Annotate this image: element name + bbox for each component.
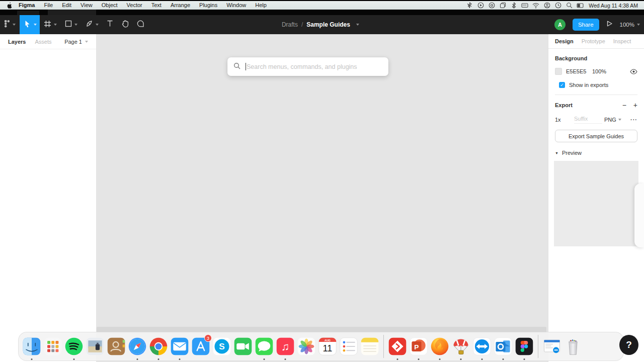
dock-launchpad-icon[interactable] (43, 335, 63, 357)
status-playcircle-icon[interactable] (475, 2, 486, 9)
quick-actions-search[interactable]: Search menus, commands, and plugins (227, 57, 388, 76)
zoom-control[interactable]: 100% (620, 22, 640, 28)
status-qcircle-icon[interactable] (486, 2, 497, 9)
menubar-item-arrange[interactable]: Arrange (166, 1, 195, 10)
tab-inspect[interactable]: Inspect (613, 38, 631, 44)
dock-messages-icon[interactable] (254, 335, 274, 357)
comment-tool-button[interactable] (133, 15, 148, 34)
dock-mail-icon[interactable] (170, 335, 190, 357)
color-hex-field[interactable]: E5E5E5 (566, 68, 592, 74)
dock-contacts-icon[interactable] (106, 335, 126, 357)
figmamenu-icon (4, 20, 10, 30)
frame-icon (44, 20, 51, 30)
checkbox-checked[interactable]: ✓ (559, 82, 565, 88)
menubar-clock[interactable]: Wed Aug 11 4:38 AM (587, 3, 640, 9)
dock-spotify-icon[interactable] (64, 335, 84, 357)
dock-preview-icon[interactable] (85, 335, 105, 357)
visibility-eye-icon[interactable] (630, 69, 637, 74)
dock-reminders-icon[interactable] (339, 335, 359, 357)
running-indicator (481, 358, 483, 360)
export-more-button[interactable]: ··· (630, 117, 637, 123)
shape-tool-button[interactable] (61, 15, 82, 34)
dock-minimized-window-icon[interactable] (542, 335, 562, 357)
pen-icon (86, 20, 93, 30)
page-selector[interactable]: Page 1 (64, 39, 88, 45)
dock-figma-icon[interactable] (514, 335, 534, 357)
tab-design[interactable]: Design (555, 38, 574, 44)
search-input[interactable]: Search menus, commands, and plugins (247, 63, 357, 70)
tab-assets[interactable]: Assets (35, 39, 51, 45)
help-button[interactable]: ? (619, 335, 638, 355)
status-keyboard-icon[interactable] (519, 2, 530, 9)
status-zipper-icon[interactable] (464, 2, 475, 9)
menubar-item-view[interactable]: View (76, 1, 97, 10)
chevron-down-icon[interactable] (356, 24, 359, 26)
menubar-item-file[interactable]: File (39, 1, 57, 10)
status-usercircle-icon[interactable] (541, 2, 552, 9)
chevron-down-icon (34, 24, 37, 26)
tab-layers[interactable]: Layers (8, 39, 26, 45)
dock-outlook-icon[interactable] (493, 335, 513, 357)
dock-facetime-icon[interactable] (233, 335, 253, 357)
running-indicator (158, 358, 159, 360)
move-icon (23, 20, 31, 30)
export-scale-dropdown[interactable]: 1x (555, 117, 574, 123)
status-display-icon[interactable] (575, 2, 586, 9)
menubar-item-plugins[interactable]: Plugins (195, 1, 222, 10)
canvas[interactable]: Search menus, commands, and plugins (97, 34, 548, 362)
menubar-item-help[interactable]: Help (251, 1, 271, 10)
status-wifi-icon[interactable] (530, 2, 541, 9)
hand-tool-button[interactable] (117, 15, 133, 34)
file-title[interactable]: Sample Guides (306, 21, 350, 28)
menubar-item-list: FigmaFileEditViewObjectVectorTextArrange… (14, 1, 271, 10)
menubar-item-object[interactable]: Object (97, 1, 122, 10)
dock-calendar-icon[interactable]: AUG11 (317, 335, 338, 357)
export-section-title: Export (555, 102, 573, 108)
opacity-field[interactable]: 100% (592, 68, 612, 74)
dock-firefox-icon[interactable] (430, 335, 450, 357)
apple-logo-icon[interactable] (4, 2, 14, 9)
dock-teamviewer-icon[interactable] (472, 335, 492, 357)
dock-powerpoint-icon[interactable]: P (409, 335, 429, 357)
running-indicator (460, 358, 462, 360)
tab-prototype[interactable]: Prototype (582, 38, 605, 44)
menubar-item-figma[interactable]: Figma (14, 1, 39, 10)
remove-export-button[interactable]: − (622, 101, 626, 109)
menubar-item-edit[interactable]: Edit (57, 1, 76, 10)
move-tool-button[interactable] (20, 15, 40, 34)
status-clock-icon[interactable] (552, 2, 564, 9)
dock-finder-icon[interactable] (22, 335, 42, 357)
dock-skype-icon[interactable]: S (212, 335, 232, 357)
menubar-item-window[interactable]: Window (222, 1, 251, 10)
text-tool-button[interactable] (103, 15, 117, 34)
dock-music-icon[interactable]: ♫ (275, 335, 295, 357)
status-bluetooth-icon[interactable] (508, 2, 519, 9)
frame-tool-button[interactable] (40, 15, 61, 34)
pen-tool-button[interactable] (82, 15, 103, 34)
preview-header[interactable]: ▼ Preview (555, 150, 637, 156)
dock-photos-icon[interactable] (296, 335, 316, 357)
dock-chrome-icon[interactable] (148, 335, 169, 357)
export-button[interactable]: Export Sample Guides (555, 130, 637, 142)
status-search-icon[interactable] (564, 2, 575, 9)
dock-pdfexpert-icon[interactable] (387, 335, 408, 357)
avatar[interactable]: A (554, 19, 566, 30)
breadcrumb-location[interactable]: Drafts (282, 21, 298, 28)
dock-installer-icon[interactable] (451, 335, 471, 357)
vertical-scrollbar[interactable] (634, 184, 644, 247)
export-suffix-input[interactable]: Suffix (574, 116, 602, 124)
status-copywin-icon[interactable] (497, 2, 508, 9)
dock-notes-icon[interactable] (360, 335, 380, 357)
export-format-dropdown[interactable]: PNG (604, 117, 621, 123)
main-menu-button[interactable] (0, 15, 20, 34)
menubar-item-text[interactable]: Text (147, 1, 166, 10)
preview-section-title: Preview (562, 150, 582, 156)
present-icon[interactable] (606, 20, 613, 29)
menubar-item-vector[interactable]: Vector (122, 1, 147, 10)
dock-appstore-icon[interactable]: 3 (191, 335, 211, 357)
dock-trash-icon[interactable] (563, 335, 583, 357)
dock-safari-icon[interactable] (127, 335, 147, 357)
color-swatch[interactable] (555, 68, 562, 75)
share-button[interactable]: Share (573, 19, 599, 31)
add-export-button[interactable]: + (633, 101, 637, 109)
